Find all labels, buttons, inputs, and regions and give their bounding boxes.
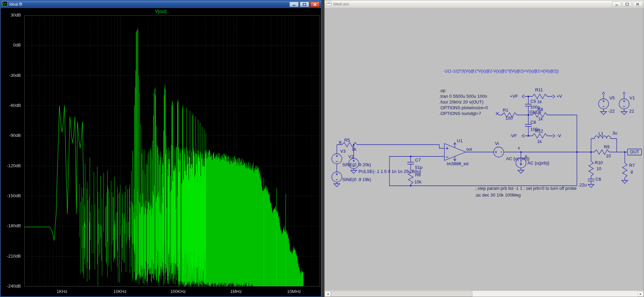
inductor-l1-symbol[interactable] <box>594 136 611 139</box>
capacitor-c6-symbol[interactable] <box>588 179 594 181</box>
x-tick-label[interactable]: 10KHz <box>107 289 134 294</box>
model-u1[interactable]: lm3886_ed <box>447 161 468 166</box>
vsource-v3-symbol[interactable] <box>332 154 342 164</box>
label-v5[interactable]: V5 <box>609 95 615 100</box>
value-r5[interactable]: 1k <box>352 147 356 152</box>
resistor-r7-symbol[interactable] <box>622 163 627 178</box>
y-tick-label[interactable]: 30dB <box>1 12 21 18</box>
node-label-x[interactable]: x <box>518 146 520 150</box>
scroll-thumb[interactable] <box>331 291 472 297</box>
y-tick-label[interactable]: -90dB <box>1 133 21 138</box>
label-r12[interactable]: R12 <box>535 128 543 133</box>
flag-minus-vf[interactable]: -VF <box>510 133 517 138</box>
spice-directive[interactable]: .op <box>439 88 445 93</box>
x-tick-label[interactable]: 1MHz <box>223 289 250 294</box>
behavioral-formula-text[interactable]: -1/(1-1/(2*(I(Vi)@1*V(x)@2-V(x)@1*I(Vi)@… <box>443 69 559 73</box>
label-r11[interactable]: R11 <box>535 87 543 92</box>
label-r7[interactable]: R7 <box>629 163 635 168</box>
ground-icon[interactable] <box>588 184 594 187</box>
y-tick-label[interactable]: 0dB <box>1 42 21 48</box>
label-v2[interactable]: V2 <box>348 154 354 159</box>
asc-close-button[interactable] <box>633 1 642 7</box>
ground-icon[interactable] <box>518 170 524 173</box>
spice-directive[interactable]: .tran 0 5500u 500u 100n <box>439 94 487 99</box>
fft-close-button[interactable] <box>310 2 320 7</box>
resistor-r5-symbol[interactable] <box>342 142 357 147</box>
label-c7[interactable]: C7 <box>415 157 421 162</box>
resistor-r12-symbol[interactable] <box>532 133 547 138</box>
ground-icon[interactable] <box>334 184 340 187</box>
flag-minus-v[interactable]: -V <box>557 133 561 138</box>
x-tick-label[interactable]: 100KHz <box>165 289 192 294</box>
spice-directive[interactable]: .OPTIONS plotwinsize=0 <box>439 105 488 110</box>
capacitor-c7-symbol[interactable] <box>407 162 414 164</box>
label-c6[interactable]: C6 <box>595 177 601 182</box>
label-r10[interactable]: R10 <box>595 160 603 165</box>
label-l1[interactable]: L1 <box>598 131 603 136</box>
label-v3[interactable]: V3 <box>340 149 346 154</box>
value-r11[interactable]: 1k <box>537 99 542 104</box>
y-tick-label[interactable]: -210dB <box>1 254 21 259</box>
vsource-v5-symbol[interactable] <box>598 99 609 109</box>
schematic-canvas[interactable]: -1/(1-1/(2*(I(Vi)@1*V(x)@2-V(x)@1*I(Vi)@… <box>325 8 644 290</box>
value-ii[interactable]: AC {u(prb)} <box>527 160 550 166</box>
label-r5[interactable]: R5 <box>344 138 350 143</box>
resistor-r11-symbol[interactable] <box>532 94 547 99</box>
label-ii[interactable]: Ii <box>525 154 527 159</box>
ground-icon[interactable] <box>351 170 357 173</box>
value-v3[interactable]: SINE(0 .9 20k) <box>342 162 371 167</box>
horizontal-scrollbar[interactable]: ◄ ► <box>325 291 644 297</box>
scroll-left-button[interactable]: ◄ <box>325 291 331 297</box>
y-tick-label[interactable]: -240dB <box>1 284 21 289</box>
fft-minimize-button[interactable] <box>289 2 299 7</box>
value-r9[interactable]: 10 <box>606 153 611 158</box>
port-label-out[interactable]: OUT <box>630 149 639 154</box>
y-tick-label[interactable]: -60dB <box>1 103 21 108</box>
x-tick-label[interactable]: 1KHz <box>49 289 76 294</box>
spice-directive[interactable]: .OPTIONS numdgt=7 <box>439 111 481 116</box>
label-c5[interactable]: C5 <box>530 99 536 104</box>
value-r8[interactable]: 1k <box>538 116 543 121</box>
y-tick-label[interactable]: -180dB <box>1 223 21 229</box>
y-tick-label[interactable]: -120dB <box>1 163 21 169</box>
value-r12[interactable]: 1k <box>537 139 542 144</box>
resistor-r10-symbol[interactable] <box>589 161 593 176</box>
y-tick-label[interactable]: -150dB <box>1 193 21 199</box>
fft-maximize-button[interactable] <box>300 2 309 7</box>
vsource-vi-symbol[interactable] <box>494 147 504 157</box>
fft-plot-canvas[interactable] <box>1 8 321 296</box>
flag-plus-vf[interactable]: +VF <box>510 94 518 99</box>
scroll-right-button[interactable]: ► <box>638 291 644 297</box>
asc-maximize-button[interactable] <box>622 1 632 7</box>
spice-comment[interactable]: ;ac dec 30 10k 100Meg <box>475 192 521 198</box>
spice-comment[interactable]: ;.step param prb list -1 1 ; set prb=0 t… <box>475 186 577 191</box>
node-label-out[interactable]: out <box>466 147 472 152</box>
label-u1[interactable]: U1 <box>457 138 463 143</box>
x-tick-label[interactable]: 10MHz <box>281 289 308 294</box>
ground-icon[interactable] <box>601 112 607 115</box>
flag-plus-v[interactable]: +V <box>557 94 562 99</box>
asc-minimize-button[interactable] <box>612 1 621 7</box>
value-c6[interactable]: .22u <box>578 182 587 187</box>
label-vi[interactable]: Vi <box>495 141 499 146</box>
label-r6[interactable]: R6 <box>415 172 421 177</box>
schematic-editor-area[interactable]: -1/(1-1/(2*(I(Vi)@1*V(x)@2-V(x)@1*I(Vi)@… <box>325 8 644 290</box>
ground-icon[interactable] <box>621 112 627 115</box>
ground-icon[interactable] <box>622 180 628 183</box>
value-r6[interactable]: 10k <box>414 179 421 184</box>
label-r8[interactable]: R8 <box>537 107 543 112</box>
vsource-v4-symbol[interactable] <box>332 172 342 182</box>
value-v2[interactable]: PULSE(-.1 1.5 0 1n 1n 25u 50u) <box>358 169 421 174</box>
value-v4[interactable]: SINE(0 .9 19k) <box>342 177 371 182</box>
label-c8[interactable]: C8 <box>530 120 536 125</box>
value-v1[interactable]: 22 <box>629 109 634 114</box>
value-r7[interactable]: 8 <box>631 170 633 175</box>
label-r9[interactable]: R9 <box>604 144 610 149</box>
label-r1[interactable]: R1 <box>503 108 508 113</box>
y-tick-label[interactable]: -30dB <box>1 73 21 78</box>
value-c7[interactable]: 51p <box>415 165 422 170</box>
value-l1[interactable]: 3u <box>612 130 617 136</box>
value-r10[interactable]: 10 <box>596 166 601 171</box>
vsource-v1-symbol[interactable] <box>619 99 629 109</box>
spice-directive[interactable]: .four 20kHz 20 v(OUT) <box>439 99 484 105</box>
